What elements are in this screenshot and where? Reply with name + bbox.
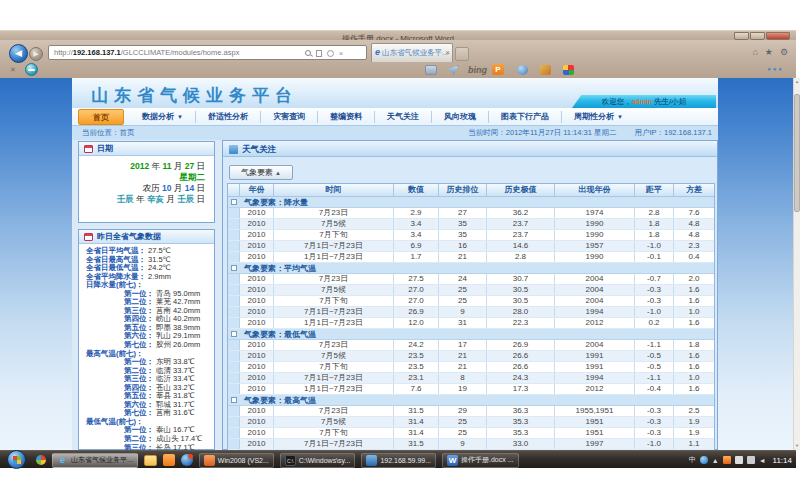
nav-item[interactable]: 风向玫瑰	[431, 111, 488, 123]
tray-expand-icon[interactable]: ▲	[712, 457, 719, 464]
table-row[interactable]: 20101月1日~7月23日12.03122.320120.21.6	[228, 318, 714, 329]
browser-tab[interactable]: e 山东省气候业务平... ×	[371, 43, 453, 62]
mail-icon[interactable]	[425, 65, 437, 75]
toolbar-close-icon[interactable]: ✕	[10, 66, 16, 74]
table-row[interactable]: 20107月1日~7月23日31.5933.01997-1.01.1	[228, 439, 714, 450]
element-filter-button[interactable]: 气象要素▲	[229, 165, 293, 180]
volume-icon[interactable]: ◄	[759, 457, 766, 464]
table-row[interactable]: 20101月1日~7月23日1.7212.81990-0.10.4	[228, 252, 714, 263]
nav-item[interactable]: 图表下行产品	[488, 111, 561, 123]
clock[interactable]: 11:14	[773, 456, 792, 465]
table-row[interactable]: 20107月5候23.52126.61991-0.51.6	[228, 351, 714, 362]
table-row[interactable]: 20107月下旬31.42535.31951-0.31.9	[228, 428, 714, 439]
plugin-circle-icon[interactable]	[25, 63, 38, 76]
group-row[interactable]: 气象要素：最高气温	[228, 395, 714, 406]
network-icon[interactable]	[747, 456, 755, 464]
refresh-icon[interactable]	[327, 50, 334, 57]
scrollbar-thumb[interactable]	[794, 94, 800, 212]
tab-close-icon[interactable]: ×	[445, 44, 450, 61]
table-row[interactable]: 20107月下旬3.43523.719901.84.8	[228, 230, 714, 241]
grid-header-spacer[interactable]	[228, 184, 240, 196]
taskbar-item-rdp[interactable]: 192.168.59.99...	[361, 453, 436, 468]
browser-back-button[interactable]: ◀	[9, 44, 28, 63]
taskbar-item-round[interactable]	[181, 454, 193, 466]
group-row[interactable]: 气象要素：降水量	[228, 197, 714, 208]
plugin-icon-3[interactable]	[563, 65, 574, 75]
new-tab-button[interactable]	[455, 47, 469, 61]
scroll-down-icon[interactable]: ▼	[794, 442, 800, 450]
compatibility-icon[interactable]	[316, 50, 322, 57]
table-row[interactable]: 20107月下旬23.52126.61991-0.51.6	[228, 362, 714, 373]
grid-header-cell[interactable]: 出现年份	[555, 184, 635, 196]
page-scrollbar[interactable]: ▲ ▼	[793, 78, 800, 450]
taskbar-item-orange[interactable]	[163, 454, 175, 466]
grid-header-cell[interactable]: 年份	[240, 184, 274, 196]
search-icon[interactable]	[305, 50, 311, 56]
favorites-star-icon[interactable]: ★	[765, 47, 773, 57]
picture-plugin-icon[interactable]: P	[492, 64, 504, 75]
group-checkbox[interactable]	[231, 331, 237, 337]
home-icon[interactable]: ⌂	[752, 47, 757, 57]
plugin-icon-1[interactable]	[517, 65, 528, 75]
settings-gear-icon[interactable]: ⚙	[780, 47, 788, 57]
table-row[interactable]: 20107月5候27.02530.52004-0.31.6	[228, 285, 714, 296]
taskbar-item-vm[interactable]: Win2008 (VS2...	[199, 453, 274, 468]
table-row[interactable]: 20107月23日27.52430.72004-0.72.0	[228, 274, 714, 285]
grid-header-cell[interactable]: 距平	[635, 184, 674, 196]
table-row[interactable]: 20107月23日24.21726.92004-1.11.8	[228, 340, 714, 351]
grid-header-cell[interactable]: 数值	[394, 184, 439, 196]
input-method-indicator[interactable]: 中	[689, 455, 696, 465]
table-cell: 12.0	[394, 318, 439, 328]
maximize-button[interactable]	[750, 32, 765, 40]
browser-forward-button[interactable]: ▶	[29, 47, 43, 61]
table-row[interactable]: 20107月5候3.43523.719901.84.8	[228, 219, 714, 230]
table-row[interactable]: 20107月5候31.42535.31951-0.31.9	[228, 417, 714, 428]
group-row[interactable]: 气象要素：最低气温	[228, 329, 714, 340]
table-cell: 1991	[555, 351, 635, 361]
browser-viewport: 山东省气候业务平台 欢迎您，admin 先生/小姐 首页数据分析▼舒适性分析灾害…	[0, 78, 793, 450]
taskbar-item-word[interactable]: W操作手册.docx ...	[442, 453, 519, 468]
table-row[interactable]: 20107月1日~7月23日6.91614.61957-1.02.3	[228, 241, 714, 252]
table-cell: 1.8	[674, 340, 715, 350]
group-checkbox[interactable]	[231, 397, 237, 403]
tray-fire-icon[interactable]	[723, 456, 731, 464]
nav-item[interactable]: 天气关注	[374, 111, 431, 123]
taskbar-item-folder[interactable]	[144, 455, 157, 466]
table-row[interactable]: 20107月23日31.52936.31955,1951-0.32.5	[228, 406, 714, 417]
table-cell: 27.5	[394, 274, 439, 284]
group-row[interactable]: 气象要素：平均气温	[228, 263, 714, 274]
taskbar-item-ie[interactable]: e山东省气候业务平...	[52, 453, 138, 468]
start-button[interactable]	[7, 450, 26, 469]
stop-icon[interactable]: ×	[339, 50, 343, 57]
grid-header-cell[interactable]: 历史排位	[439, 184, 487, 196]
close-button[interactable]	[766, 32, 790, 40]
tray-blue-icon[interactable]	[700, 456, 708, 464]
nav-item[interactable]: 舒适性分析	[195, 111, 260, 123]
table-cell: 4.8	[674, 219, 715, 229]
grid-header-cell[interactable]: 历史极值	[487, 184, 555, 196]
scroll-up-icon[interactable]: ▲	[794, 78, 800, 86]
table-row[interactable]: 20107月23日2.92736.219742.87.6	[228, 208, 714, 219]
table-cell: 1.6	[674, 318, 715, 328]
send-icon[interactable]	[447, 65, 459, 75]
taskbar-item-cmd[interactable]: C:\C:\Windows\sy...	[280, 453, 356, 468]
table-row[interactable]: 20107月下旬27.02530.52004-0.31.6	[228, 296, 714, 307]
overflow-dots-icon[interactable]: ●●●	[767, 66, 784, 72]
nav-item[interactable]: 整编资料	[317, 111, 374, 123]
plugin-icon-2[interactable]	[540, 65, 551, 75]
nav-item[interactable]: 灾害查询	[260, 111, 317, 123]
action-center-flag-icon[interactable]	[735, 456, 743, 464]
table-row[interactable]: 20107月1日~7月23日26.9928.01994-1.01.0	[228, 307, 714, 318]
grid-header-cell[interactable]: 方差	[674, 184, 715, 196]
grid-header-cell[interactable]: 时间	[274, 184, 394, 196]
nav-item[interactable]: 周期性分析▼	[561, 111, 635, 123]
table-row[interactable]: 20107月1日~7月23日23.1824.31994-1.11.0	[228, 373, 714, 384]
minimize-button[interactable]	[734, 32, 749, 40]
nav-item[interactable]: 首页	[78, 109, 124, 125]
group-checkbox[interactable]	[231, 265, 237, 271]
table-row[interactable]: 20101月1日~7月23日7.61917.32012-0.41.6	[228, 384, 714, 395]
bing-logo[interactable]: bing	[468, 65, 487, 75]
group-checkbox[interactable]	[231, 199, 237, 205]
nav-item[interactable]: 数据分析▼	[130, 111, 195, 123]
pinwheel-icon[interactable]	[36, 455, 46, 465]
